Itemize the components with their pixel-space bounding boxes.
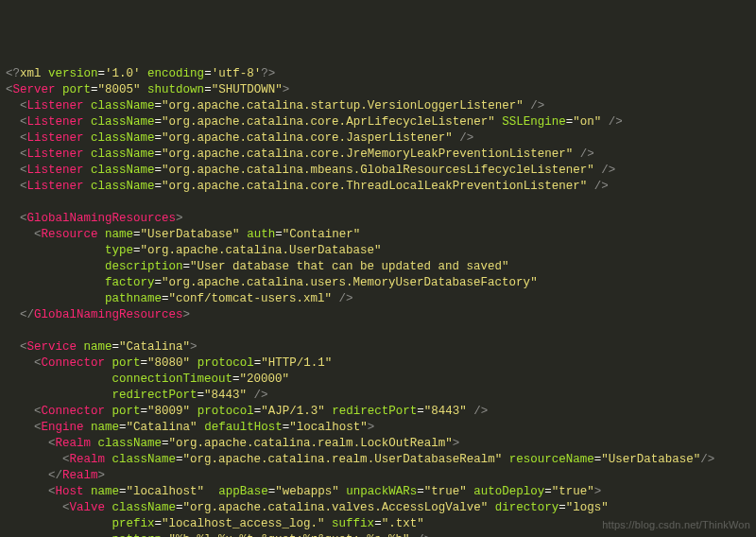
code-block: <?xml version='1.0' encoding='utf-8'?> <… [6,66,750,537]
watermark-text: https://blog.csdn.net/ThinkWon [602,517,750,533]
